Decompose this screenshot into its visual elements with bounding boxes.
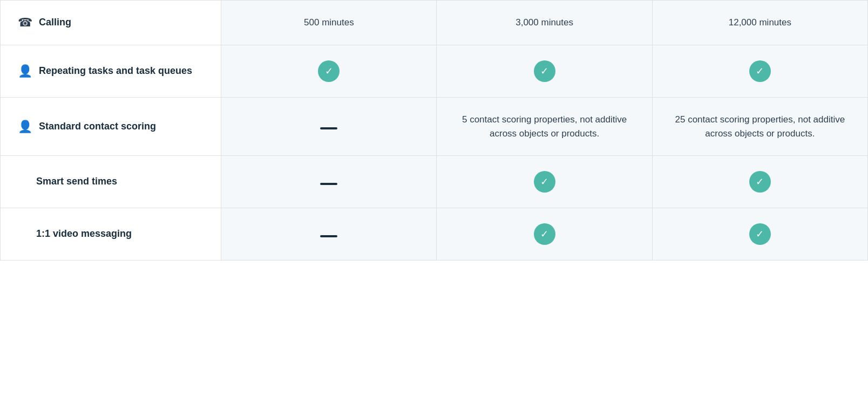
- tier3-cell-video-messaging: ✓: [652, 208, 867, 261]
- row-standard-contact-scoring: 👤 Standard contact scoring 5 contact sco…: [1, 98, 868, 156]
- row-calling: ☎ Calling 500 minutes3,000 minutes12,000…: [1, 1, 868, 45]
- tier3-cell-smart-send-times: ✓: [652, 156, 867, 208]
- tier2-cell-video-messaging: ✓: [437, 208, 652, 261]
- tier-value: 25 contact scoring properties, not addit…: [675, 114, 845, 139]
- tier3-cell-calling: 12,000 minutes: [652, 1, 867, 45]
- tier-value: 5 contact scoring properties, not additi…: [462, 114, 627, 139]
- dash-icon: [320, 183, 337, 185]
- tier2-cell-repeating-tasks: ✓: [437, 45, 652, 98]
- feature-label-standard-contact-scoring: 👤 Standard contact scoring: [18, 120, 204, 134]
- tier2-cell-standard-contact-scoring: 5 contact scoring properties, not additi…: [437, 98, 652, 156]
- row-repeating-tasks: 👤 Repeating tasks and task queues ✓✓✓: [1, 45, 868, 98]
- tier2-cell-smart-send-times: ✓: [437, 156, 652, 208]
- check-icon: ✓: [534, 223, 555, 245]
- check-icon: ✓: [749, 60, 771, 82]
- tier-value: 3,000 minutes: [516, 17, 573, 28]
- scoring-icon: 👤: [18, 120, 32, 134]
- tier1-cell-standard-contact-scoring: [221, 98, 437, 156]
- row-smart-send-times: Smart send times ✓✓: [1, 156, 868, 208]
- check-icon: ✓: [534, 171, 555, 193]
- feature-name-smart-send-times: Smart send times: [18, 175, 117, 188]
- feature-label-repeating-tasks: 👤 Repeating tasks and task queues: [18, 64, 204, 78]
- feature-label-smart-send-times: Smart send times: [18, 175, 204, 188]
- dash-icon: [320, 127, 337, 129]
- dash-icon: [320, 235, 337, 237]
- feature-name-standard-contact-scoring: Standard contact scoring: [39, 120, 156, 133]
- feature-label-calling: ☎ Calling: [18, 16, 204, 30]
- row-video-messaging: 1:1 video messaging ✓✓: [1, 208, 868, 261]
- feature-name-video-messaging: 1:1 video messaging: [18, 228, 132, 240]
- comparison-table: ☎ Calling 500 minutes3,000 minutes12,000…: [0, 0, 868, 261]
- tier-value: 12,000 minutes: [729, 17, 791, 28]
- tier3-cell-standard-contact-scoring: 25 contact scoring properties, not addit…: [652, 98, 867, 156]
- check-icon: ✓: [534, 60, 555, 82]
- check-icon: ✓: [749, 171, 771, 193]
- tier1-cell-repeating-tasks: ✓: [221, 45, 437, 98]
- phone-icon: ☎: [18, 16, 32, 30]
- tier1-cell-video-messaging: [221, 208, 437, 261]
- check-icon: ✓: [749, 223, 771, 245]
- tier2-cell-calling: 3,000 minutes: [437, 1, 652, 45]
- tasks-icon: 👤: [18, 64, 32, 78]
- check-icon: ✓: [318, 60, 340, 82]
- feature-label-video-messaging: 1:1 video messaging: [18, 228, 204, 240]
- feature-name-calling: Calling: [39, 16, 71, 29]
- tier3-cell-repeating-tasks: ✓: [652, 45, 867, 98]
- tier1-cell-smart-send-times: [221, 156, 437, 208]
- tier-value: 500 minutes: [304, 17, 354, 28]
- feature-name-repeating-tasks: Repeating tasks and task queues: [39, 65, 192, 77]
- tier1-cell-calling: 500 minutes: [221, 1, 437, 45]
